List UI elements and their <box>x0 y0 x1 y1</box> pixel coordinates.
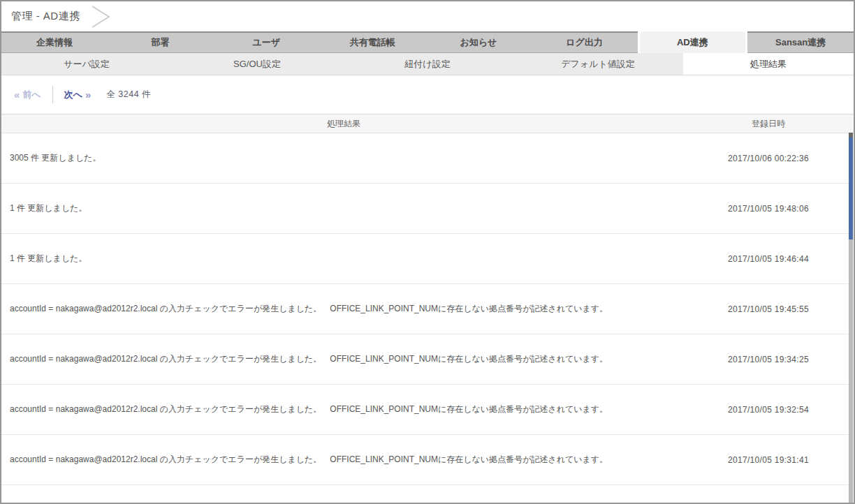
subtab-default-value-settings[interactable]: デフォルト値設定 <box>513 53 683 75</box>
scrollbar-thumb[interactable] <box>849 133 853 239</box>
total-count: 全 3244 件 <box>106 89 151 101</box>
subtab-label: デフォルト値設定 <box>561 58 635 71</box>
row-timestamp: 2017/10/05 19:46:44 <box>686 254 851 264</box>
row-timestamp: 2017/10/05 19:32:54 <box>686 405 851 415</box>
row-timestamp: 2017/10/05 19:48:06 <box>686 204 851 214</box>
pagination-toolbar: « 前へ 次へ » 全 3244 件 <box>1 75 854 114</box>
tab-user[interactable]: ユーザ <box>214 31 320 53</box>
tab-log-output[interactable]: ログ出力 <box>532 31 638 53</box>
tab-label: ログ出力 <box>566 36 603 49</box>
tab-company-info[interactable]: 企業情報 <box>1 31 108 53</box>
subtab-label: 紐付け設定 <box>404 58 450 71</box>
admin-window: 管理 - AD連携 企業情報 部署 ユーザ 共有電話帳 お知らせ ログ出力 AD… <box>0 0 855 504</box>
tab-ad-integration[interactable]: AD連携 <box>640 31 746 53</box>
table-row: accountId = nakagawa@ad2012r2.local の入力チ… <box>1 334 854 385</box>
breadcrumb-chevron-icon <box>90 5 112 29</box>
table-row: accountId = nakagawa@ad2012r2.local の入力チ… <box>1 435 854 485</box>
prev-page-button[interactable]: « 前へ <box>11 89 41 101</box>
subtab-processing-results[interactable]: 処理結果 <box>683 53 854 75</box>
prev-arrow-icon: « <box>14 89 20 101</box>
row-result-text: 3005 件 更新しました。 <box>1 152 686 164</box>
row-result-text: 1 件 更新しました。 <box>1 202 686 214</box>
row-result-text: 1 件 更新しました。 <box>1 253 686 265</box>
next-label: 次へ <box>64 89 82 101</box>
tab-label: AD連携 <box>677 36 708 49</box>
table-row: accountId = nakagawa@ad2012r2.local の入力チ… <box>1 385 854 435</box>
tab-label: 部署 <box>152 36 170 49</box>
row-result-text: accountId = nakagawa@ad2012r2.local の入力チ… <box>1 303 686 315</box>
next-page-button[interactable]: 次へ » <box>64 89 94 101</box>
result-table-body: 3005 件 更新しました。 2017/10/06 00:22:36 1 件 更… <box>1 133 854 485</box>
main-tab-bar: 企業情報 部署 ユーザ 共有電話帳 お知らせ ログ出力 AD連携 Sansan連… <box>1 31 854 53</box>
scrollbar-track[interactable] <box>849 133 853 503</box>
tab-department[interactable]: 部署 <box>108 31 214 53</box>
row-result-text: accountId = nakagawa@ad2012r2.local の入力チ… <box>1 353 686 365</box>
row-timestamp: 2017/10/05 19:45:55 <box>686 304 851 314</box>
subtab-server-settings[interactable]: サーバ設定 <box>1 53 172 75</box>
subtab-mapping-settings[interactable]: 紐付け設定 <box>342 53 513 75</box>
row-timestamp: 2017/10/05 19:34:25 <box>686 355 851 364</box>
page-title: 管理 - AD連携 <box>11 10 80 23</box>
pager-divider <box>52 86 53 103</box>
table-row: 3005 件 更新しました。 2017/10/06 00:22:36 <box>1 133 854 184</box>
table-row: accountId = nakagawa@ad2012r2.local の入力チ… <box>1 284 854 334</box>
subtab-label: 処理結果 <box>750 58 787 71</box>
tab-sansan-integration[interactable]: Sansan連携 <box>747 31 854 53</box>
tab-news[interactable]: お知らせ <box>425 31 532 53</box>
tab-label: 企業情報 <box>36 36 73 49</box>
breadcrumb: 管理 - AD連携 <box>1 1 854 31</box>
sub-tab-bar: サーバ設定 SG/OU設定 紐付け設定 デフォルト値設定 処理結果 <box>1 53 854 75</box>
subtab-label: サーバ設定 <box>64 58 110 71</box>
table-row: 1 件 更新しました。 2017/10/05 19:48:06 <box>1 184 854 234</box>
row-result-text: accountId = nakagawa@ad2012r2.local の入力チ… <box>1 454 686 466</box>
tab-label: 共有電話帳 <box>350 36 395 49</box>
column-header-result: 処理結果 <box>1 118 686 130</box>
tab-label: ユーザ <box>253 36 281 49</box>
prev-label: 前へ <box>22 89 41 101</box>
column-header-registered-at: 登録日時 <box>686 118 851 130</box>
table-row: 1 件 更新しました。 2017/10/05 19:46:44 <box>1 234 854 284</box>
table-header: 処理結果 登録日時 <box>1 114 854 133</box>
row-timestamp: 2017/10/05 19:31:41 <box>686 455 851 465</box>
subtab-label: SG/OU設定 <box>233 58 281 71</box>
subtab-sg-ou-settings[interactable]: SG/OU設定 <box>172 53 342 75</box>
tab-label: お知らせ <box>460 36 497 49</box>
next-arrow-icon: » <box>85 89 91 101</box>
row-result-text: accountId = nakagawa@ad2012r2.local の入力チ… <box>1 403 686 415</box>
tab-shared-phonebook[interactable]: 共有電話帳 <box>319 31 425 53</box>
row-timestamp: 2017/10/06 00:22:36 <box>686 154 851 163</box>
tab-label: Sansan連携 <box>775 36 826 49</box>
